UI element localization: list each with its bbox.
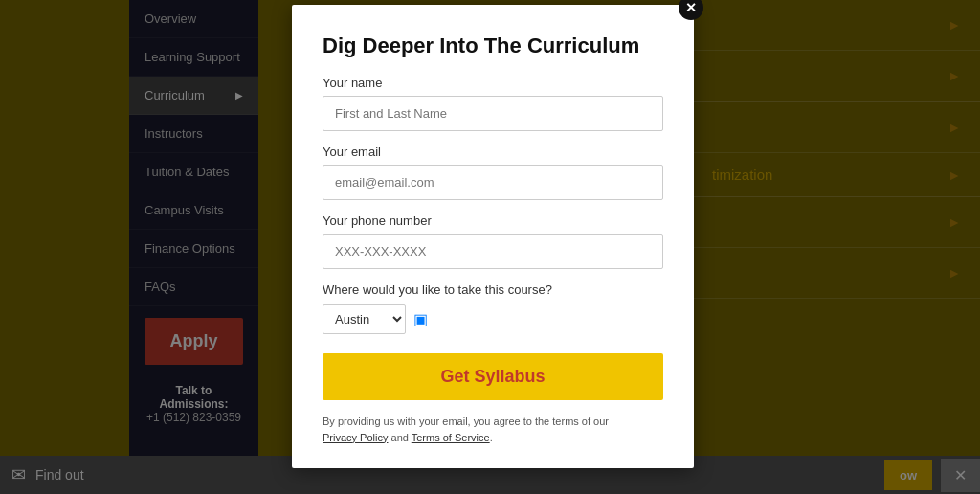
tos-link[interactable]: Terms of Service bbox=[412, 432, 490, 443]
name-input[interactable] bbox=[323, 96, 663, 131]
modal-dialog: ✕ Dig Deeper Into The Curriculum Your na… bbox=[292, 5, 694, 468]
email-label: Your email bbox=[323, 145, 663, 159]
email-input[interactable] bbox=[323, 165, 663, 200]
name-label: Your name bbox=[323, 76, 663, 90]
phone-input[interactable] bbox=[323, 234, 663, 269]
disclaimer-text: By providing us with your email, you agr… bbox=[323, 414, 663, 445]
get-syllabus-button[interactable]: Get Syllabus bbox=[323, 353, 663, 400]
location-wrapper: Austin Dallas Houston Online ▣ bbox=[323, 304, 663, 334]
location-select[interactable]: Austin Dallas Houston Online bbox=[323, 304, 406, 334]
location-label: Where would you like to take this course… bbox=[323, 282, 663, 297]
phone-label: Your phone number bbox=[323, 213, 663, 228]
privacy-policy-link[interactable]: Privacy Policy bbox=[323, 432, 388, 443]
select-icon: ▣ bbox=[413, 310, 428, 328]
modal-title: Dig Deeper Into The Curriculum bbox=[323, 34, 663, 58]
